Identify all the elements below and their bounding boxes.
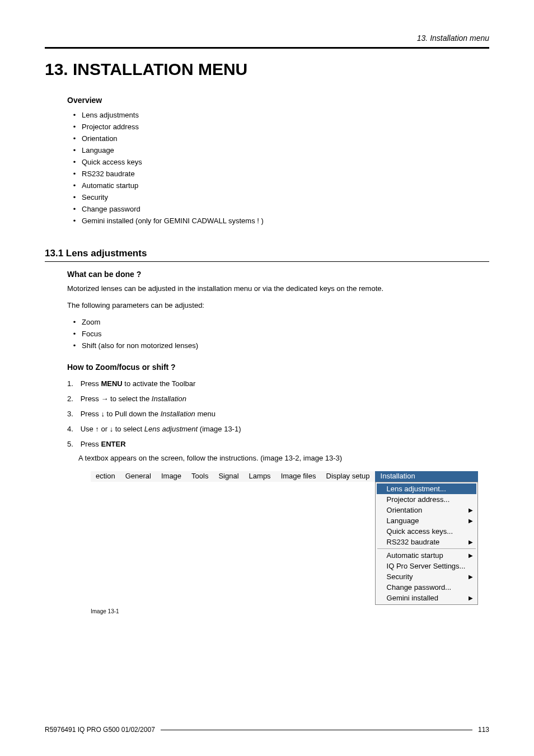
step-note: A textbox appears on the screen, follow … — [78, 454, 489, 462]
menubar-item[interactable]: Signal — [213, 471, 243, 482]
running-header: 13. Installation menu — [45, 34, 489, 43]
section-rule — [45, 261, 489, 262]
sub-heading: What can be done ? — [67, 270, 489, 279]
menubar-item[interactable]: Lamps — [244, 471, 276, 482]
step-item: Press MENU to activate the Toolbar — [67, 376, 489, 391]
overview-item: Change password — [67, 203, 489, 215]
param-list: Zoom Focus Shift (also for non motorized… — [67, 316, 489, 351]
param-item: Focus — [67, 328, 489, 340]
overview-item: RS232 baudrate — [67, 168, 489, 180]
menubar-item[interactable]: Tools — [186, 471, 213, 482]
submenu-arrow-icon: ▶ — [469, 552, 473, 558]
dropdown-menu[interactable]: Lens adjustment... Projector address... … — [375, 482, 478, 605]
footer-rule — [161, 730, 472, 730]
page-number: 113 — [478, 726, 489, 734]
param-item: Zoom — [67, 316, 489, 328]
menubar-item-selected[interactable]: Installation — [375, 471, 478, 482]
dropdown-item[interactable]: Orientation▶ — [377, 505, 476, 515]
header-rule — [45, 47, 489, 49]
overview-item: Security — [67, 191, 489, 203]
step-item: Use ↑ or ↓ to select Lens adjustment (im… — [67, 421, 489, 436]
menubar-item[interactable]: ection — [91, 471, 120, 482]
page-footer: R5976491 IQ PRO G500 01/02/2007 113 — [45, 726, 489, 734]
submenu-arrow-icon: ▶ — [469, 539, 473, 545]
dropdown-item[interactable]: IQ Pro Server Settings... — [377, 561, 476, 571]
overview-list: Lens adjustments Projector address Orien… — [67, 109, 489, 227]
overview-item: Lens adjustments — [67, 109, 489, 121]
step-item: Press → to select the Installation — [67, 391, 489, 406]
submenu-arrow-icon: ▶ — [469, 574, 473, 580]
step-item: Press ↓ to Pull down the Installation me… — [67, 406, 489, 421]
paragraph: The following parameters can be adjusted… — [67, 300, 489, 311]
overview-heading: Overview — [67, 96, 489, 105]
chapter-title: 13. INSTALLATION MENU — [45, 60, 489, 79]
image-caption: Image 13-1 — [91, 608, 489, 614]
overview-item: Projector address — [67, 121, 489, 133]
dropdown-item[interactable]: Language▶ — [377, 515, 476, 526]
steps-list: Press MENU to activate the Toolbar Press… — [67, 376, 489, 452]
dropdown-separator — [377, 548, 476, 549]
dropdown-item[interactable]: Gemini installed▶ — [377, 593, 476, 603]
param-item: Shift (also for non motorized lenses) — [67, 340, 489, 351]
menubar-item[interactable]: Display setup — [321, 471, 375, 482]
paragraph: Motorized lenses can be adjusted in the … — [67, 283, 489, 294]
dropdown-item[interactable]: Lens adjustment... — [377, 483, 476, 494]
footer-doc-id: R5976491 IQ PRO G500 01/02/2007 — [45, 726, 155, 734]
overview-item: Quick access keys — [67, 156, 489, 168]
menu-figure: ection General Image Tools Signal Lamps … — [67, 471, 489, 605]
submenu-arrow-icon: ▶ — [469, 595, 473, 601]
dropdown-item[interactable]: Change password... — [377, 582, 476, 593]
dropdown-item[interactable]: Quick access keys... — [377, 526, 476, 537]
overview-item: Orientation — [67, 133, 489, 144]
menubar-item[interactable]: General — [120, 471, 156, 482]
overview-item: Language — [67, 144, 489, 156]
dropdown-item[interactable]: Automatic startup▶ — [377, 550, 476, 561]
overview-item: Gemini installed (only for GEMINI CADWAL… — [67, 215, 489, 227]
submenu-arrow-icon: ▶ — [469, 507, 473, 513]
submenu-arrow-icon: ▶ — [469, 518, 473, 524]
dropdown-item[interactable]: Security▶ — [377, 571, 476, 582]
menubar[interactable]: ection General Image Tools Signal Lamps … — [91, 471, 375, 482]
section-heading: 13.1 Lens adjustments — [45, 248, 489, 259]
overview-item: Automatic startup — [67, 180, 489, 191]
dropdown-item[interactable]: Projector address... — [377, 494, 476, 505]
menubar-item[interactable]: Image — [156, 471, 186, 482]
dropdown-item[interactable]: RS232 baudrate▶ — [377, 537, 476, 547]
step-item: Press ENTER — [67, 436, 489, 452]
sub-heading: How to Zoom/focus or shift ? — [67, 363, 489, 372]
menubar-item[interactable]: Image files — [276, 471, 321, 482]
